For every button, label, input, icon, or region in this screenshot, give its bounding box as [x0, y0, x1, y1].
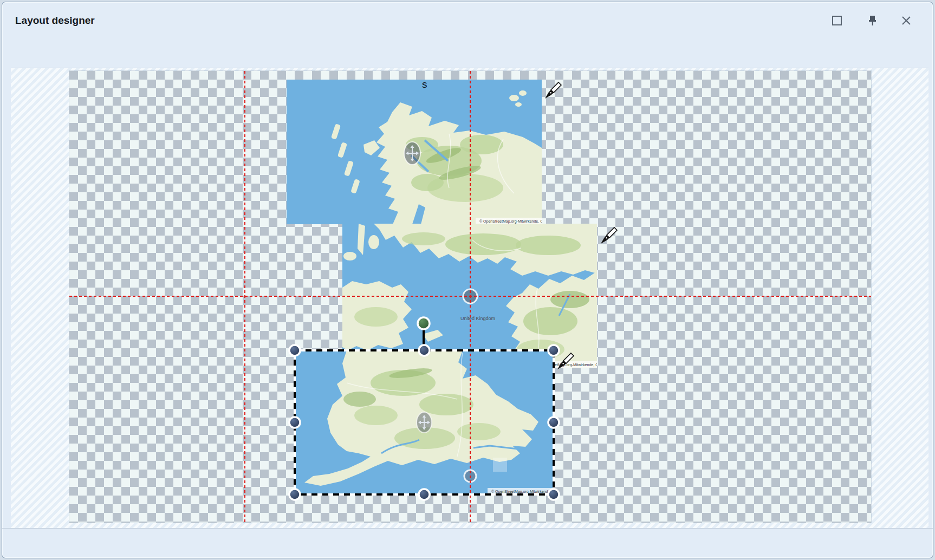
- handle-mid-right[interactable]: [548, 417, 559, 428]
- pin-button[interactable]: [865, 14, 881, 29]
- top-toolbar: Time mark: s: [2, 36, 933, 67]
- layout-canvas[interactable]: © OpenStreetMap.org-Mitwirkende, CC BY-S…: [69, 71, 871, 523]
- handle-mid-left[interactable]: [289, 417, 300, 428]
- window-title: Layout designer: [15, 15, 95, 27]
- map-tile-scotland[interactable]: © OpenStreetMap.org-Mitwirkende, CC BY-S…: [287, 80, 564, 224]
- handle-top-right[interactable]: [548, 345, 559, 356]
- maximize-button[interactable]: [829, 14, 845, 29]
- maximize-icon: [832, 15, 842, 28]
- handle-top-left[interactable]: [289, 345, 300, 356]
- handle-top-center[interactable]: [419, 345, 430, 356]
- close-button[interactable]: [898, 14, 914, 29]
- close-icon: [901, 15, 912, 28]
- path-node-green[interactable]: [418, 317, 430, 329]
- titlebar[interactable]: Layout designer: [2, 2, 933, 36]
- move-handle-selected[interactable]: [417, 412, 432, 433]
- map-country-label: United Kingdom: [460, 316, 495, 321]
- brush-cursor-icon: [601, 227, 617, 244]
- workspace: © OpenStreetMap.org-Mitwirkende, CC BY-S…: [11, 68, 928, 529]
- time-mark-unit: s: [422, 79, 427, 90]
- layout-designer-window: Layout designer: [2, 2, 933, 558]
- handle-bottom-left[interactable]: [289, 489, 300, 500]
- transport-bar: 00:00.000 Live preview: [2, 528, 933, 558]
- map-tile-southern-england[interactable]: © OpenStreetMap.org-Mitwirkende, CC BY-S…: [295, 350, 576, 494]
- move-handle-scotland[interactable]: [404, 142, 420, 165]
- map-attribution: © OpenStreetMap.org-Mitwirkende, CC BY-S…: [491, 490, 576, 494]
- handle-bottom-center[interactable]: [419, 489, 430, 500]
- brush-cursor-icon: [545, 82, 561, 99]
- handle-bottom-right[interactable]: [548, 489, 559, 500]
- map-attribution: © OpenStreetMap.org-Mitwirkende, CC BY-S…: [479, 219, 564, 224]
- pin-icon: [867, 15, 879, 29]
